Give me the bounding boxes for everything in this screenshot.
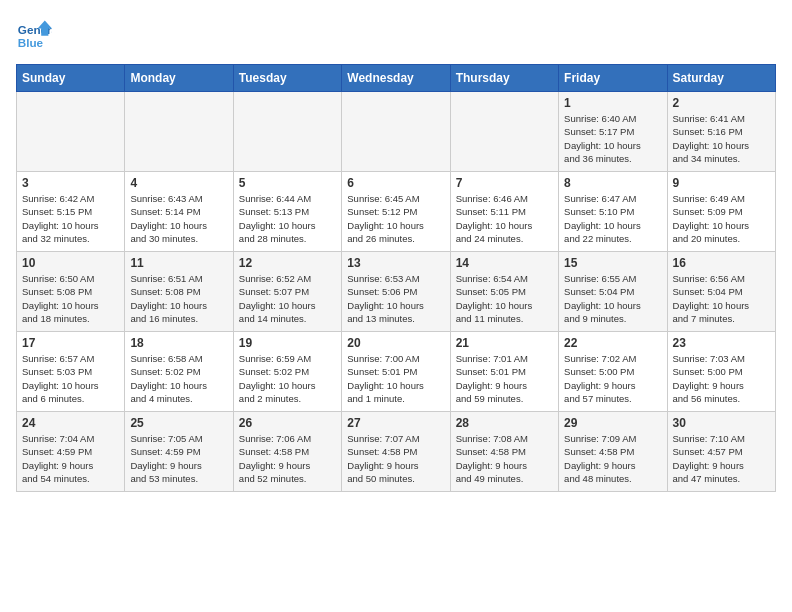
day-number: 3	[22, 176, 119, 190]
calendar-week-4: 17Sunrise: 6:57 AM Sunset: 5:03 PM Dayli…	[17, 332, 776, 412]
day-number: 29	[564, 416, 661, 430]
calendar-cell: 21Sunrise: 7:01 AM Sunset: 5:01 PM Dayli…	[450, 332, 558, 412]
day-number: 9	[673, 176, 770, 190]
logo: General Blue	[16, 16, 54, 52]
day-info: Sunrise: 6:49 AM Sunset: 5:09 PM Dayligh…	[673, 192, 770, 245]
day-number: 12	[239, 256, 336, 270]
day-info: Sunrise: 6:50 AM Sunset: 5:08 PM Dayligh…	[22, 272, 119, 325]
calendar-cell: 6Sunrise: 6:45 AM Sunset: 5:12 PM Daylig…	[342, 172, 450, 252]
calendar-cell: 30Sunrise: 7:10 AM Sunset: 4:57 PM Dayli…	[667, 412, 775, 492]
calendar-cell: 17Sunrise: 6:57 AM Sunset: 5:03 PM Dayli…	[17, 332, 125, 412]
day-info: Sunrise: 7:08 AM Sunset: 4:58 PM Dayligh…	[456, 432, 553, 485]
calendar-cell: 14Sunrise: 6:54 AM Sunset: 5:05 PM Dayli…	[450, 252, 558, 332]
day-info: Sunrise: 6:40 AM Sunset: 5:17 PM Dayligh…	[564, 112, 661, 165]
calendar-cell: 5Sunrise: 6:44 AM Sunset: 5:13 PM Daylig…	[233, 172, 341, 252]
logo-icon: General Blue	[16, 16, 52, 52]
day-number: 8	[564, 176, 661, 190]
day-info: Sunrise: 7:07 AM Sunset: 4:58 PM Dayligh…	[347, 432, 444, 485]
calendar-cell: 15Sunrise: 6:55 AM Sunset: 5:04 PM Dayli…	[559, 252, 667, 332]
calendar-cell: 22Sunrise: 7:02 AM Sunset: 5:00 PM Dayli…	[559, 332, 667, 412]
day-number: 28	[456, 416, 553, 430]
calendar-cell: 10Sunrise: 6:50 AM Sunset: 5:08 PM Dayli…	[17, 252, 125, 332]
day-info: Sunrise: 7:04 AM Sunset: 4:59 PM Dayligh…	[22, 432, 119, 485]
day-number: 11	[130, 256, 227, 270]
calendar-cell: 19Sunrise: 6:59 AM Sunset: 5:02 PM Dayli…	[233, 332, 341, 412]
day-number: 13	[347, 256, 444, 270]
day-number: 10	[22, 256, 119, 270]
day-number: 19	[239, 336, 336, 350]
calendar-cell	[233, 92, 341, 172]
day-number: 5	[239, 176, 336, 190]
day-number: 1	[564, 96, 661, 110]
day-number: 21	[456, 336, 553, 350]
weekday-header-saturday: Saturday	[667, 65, 775, 92]
calendar-cell: 25Sunrise: 7:05 AM Sunset: 4:59 PM Dayli…	[125, 412, 233, 492]
day-info: Sunrise: 7:01 AM Sunset: 5:01 PM Dayligh…	[456, 352, 553, 405]
day-number: 14	[456, 256, 553, 270]
calendar-cell: 16Sunrise: 6:56 AM Sunset: 5:04 PM Dayli…	[667, 252, 775, 332]
weekday-header-tuesday: Tuesday	[233, 65, 341, 92]
calendar-week-3: 10Sunrise: 6:50 AM Sunset: 5:08 PM Dayli…	[17, 252, 776, 332]
day-info: Sunrise: 7:05 AM Sunset: 4:59 PM Dayligh…	[130, 432, 227, 485]
day-info: Sunrise: 6:53 AM Sunset: 5:06 PM Dayligh…	[347, 272, 444, 325]
day-number: 18	[130, 336, 227, 350]
day-info: Sunrise: 7:10 AM Sunset: 4:57 PM Dayligh…	[673, 432, 770, 485]
calendar-header: SundayMondayTuesdayWednesdayThursdayFrid…	[17, 65, 776, 92]
weekday-header-sunday: Sunday	[17, 65, 125, 92]
day-info: Sunrise: 6:56 AM Sunset: 5:04 PM Dayligh…	[673, 272, 770, 325]
day-number: 24	[22, 416, 119, 430]
day-info: Sunrise: 6:43 AM Sunset: 5:14 PM Dayligh…	[130, 192, 227, 245]
day-info: Sunrise: 7:06 AM Sunset: 4:58 PM Dayligh…	[239, 432, 336, 485]
day-info: Sunrise: 6:51 AM Sunset: 5:08 PM Dayligh…	[130, 272, 227, 325]
day-number: 2	[673, 96, 770, 110]
calendar-cell: 26Sunrise: 7:06 AM Sunset: 4:58 PM Dayli…	[233, 412, 341, 492]
day-number: 6	[347, 176, 444, 190]
calendar-cell: 2Sunrise: 6:41 AM Sunset: 5:16 PM Daylig…	[667, 92, 775, 172]
day-info: Sunrise: 6:47 AM Sunset: 5:10 PM Dayligh…	[564, 192, 661, 245]
calendar-cell: 23Sunrise: 7:03 AM Sunset: 5:00 PM Dayli…	[667, 332, 775, 412]
day-info: Sunrise: 6:52 AM Sunset: 5:07 PM Dayligh…	[239, 272, 336, 325]
day-number: 26	[239, 416, 336, 430]
day-info: Sunrise: 6:44 AM Sunset: 5:13 PM Dayligh…	[239, 192, 336, 245]
day-number: 15	[564, 256, 661, 270]
calendar-cell: 18Sunrise: 6:58 AM Sunset: 5:02 PM Dayli…	[125, 332, 233, 412]
day-info: Sunrise: 6:57 AM Sunset: 5:03 PM Dayligh…	[22, 352, 119, 405]
calendar-cell: 4Sunrise: 6:43 AM Sunset: 5:14 PM Daylig…	[125, 172, 233, 252]
day-info: Sunrise: 7:03 AM Sunset: 5:00 PM Dayligh…	[673, 352, 770, 405]
calendar-cell: 29Sunrise: 7:09 AM Sunset: 4:58 PM Dayli…	[559, 412, 667, 492]
calendar-table: SundayMondayTuesdayWednesdayThursdayFrid…	[16, 64, 776, 492]
calendar-cell: 9Sunrise: 6:49 AM Sunset: 5:09 PM Daylig…	[667, 172, 775, 252]
calendar-cell: 20Sunrise: 7:00 AM Sunset: 5:01 PM Dayli…	[342, 332, 450, 412]
day-info: Sunrise: 6:58 AM Sunset: 5:02 PM Dayligh…	[130, 352, 227, 405]
day-number: 20	[347, 336, 444, 350]
calendar-cell: 7Sunrise: 6:46 AM Sunset: 5:11 PM Daylig…	[450, 172, 558, 252]
weekday-header-wednesday: Wednesday	[342, 65, 450, 92]
day-number: 30	[673, 416, 770, 430]
calendar-cell: 28Sunrise: 7:08 AM Sunset: 4:58 PM Dayli…	[450, 412, 558, 492]
svg-text:Blue: Blue	[18, 36, 44, 49]
day-info: Sunrise: 6:45 AM Sunset: 5:12 PM Dayligh…	[347, 192, 444, 245]
calendar-cell: 3Sunrise: 6:42 AM Sunset: 5:15 PM Daylig…	[17, 172, 125, 252]
calendar-cell: 1Sunrise: 6:40 AM Sunset: 5:17 PM Daylig…	[559, 92, 667, 172]
calendar-cell	[125, 92, 233, 172]
calendar-cell	[450, 92, 558, 172]
day-info: Sunrise: 6:41 AM Sunset: 5:16 PM Dayligh…	[673, 112, 770, 165]
day-info: Sunrise: 6:42 AM Sunset: 5:15 PM Dayligh…	[22, 192, 119, 245]
day-number: 16	[673, 256, 770, 270]
day-info: Sunrise: 6:59 AM Sunset: 5:02 PM Dayligh…	[239, 352, 336, 405]
calendar-cell: 12Sunrise: 6:52 AM Sunset: 5:07 PM Dayli…	[233, 252, 341, 332]
day-number: 4	[130, 176, 227, 190]
day-number: 7	[456, 176, 553, 190]
day-info: Sunrise: 7:00 AM Sunset: 5:01 PM Dayligh…	[347, 352, 444, 405]
calendar-cell: 24Sunrise: 7:04 AM Sunset: 4:59 PM Dayli…	[17, 412, 125, 492]
calendar-cell	[17, 92, 125, 172]
calendar-cell: 8Sunrise: 6:47 AM Sunset: 5:10 PM Daylig…	[559, 172, 667, 252]
weekday-header-monday: Monday	[125, 65, 233, 92]
day-number: 27	[347, 416, 444, 430]
calendar-cell: 11Sunrise: 6:51 AM Sunset: 5:08 PM Dayli…	[125, 252, 233, 332]
day-info: Sunrise: 7:02 AM Sunset: 5:00 PM Dayligh…	[564, 352, 661, 405]
calendar-cell: 13Sunrise: 6:53 AM Sunset: 5:06 PM Dayli…	[342, 252, 450, 332]
page-header: General Blue	[16, 16, 776, 52]
day-info: Sunrise: 6:54 AM Sunset: 5:05 PM Dayligh…	[456, 272, 553, 325]
calendar-cell	[342, 92, 450, 172]
